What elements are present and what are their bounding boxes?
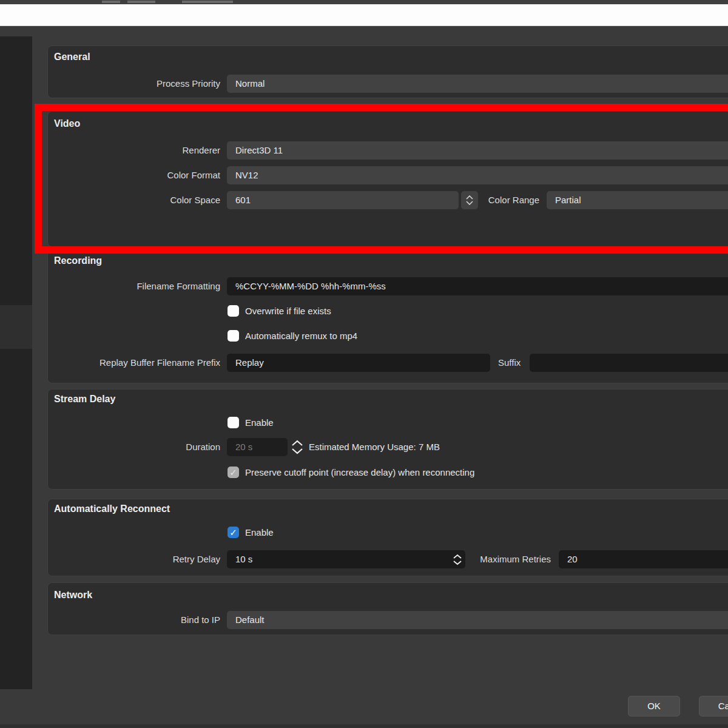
group-stream-delay: Stream Delay Enable Duration 20 s Estima… [47,389,728,490]
duration-spinner[interactable] [289,438,305,456]
reconnect-enable-checkbox[interactable] [228,527,239,538]
filename-formatting-input[interactable]: %CCYY-%MM-%DD %hh-%mm-%ss [227,277,728,295]
suffix-input[interactable] [530,354,728,372]
chevron-up-icon [291,440,303,447]
window-edge-artifact [102,1,120,3]
group-recording: Recording Filename Formatting %CCYY-%MM-… [47,251,728,383]
group-network: Network Bind to IP Default [47,582,728,635]
color-range-select[interactable]: Partial [547,191,728,209]
renderer-select[interactable]: Direct3D 11 [227,141,728,160]
estimated-memory-text: Estimated Memory Usage: 7 MB [309,438,440,456]
max-retries-spinbox[interactable]: 20 [559,550,728,568]
group-video-title: Video [54,118,80,129]
max-retries-label: Maximum Retries [424,550,551,568]
stream-delay-enable-checkbox[interactable] [228,417,239,428]
remux-checkbox[interactable] [228,330,239,342]
renderer-label: Renderer [48,141,220,160]
dialog-bottom-edge [0,724,728,728]
group-video: Video Renderer Direct3D 11 Color Format … [47,111,728,247]
color-format-select[interactable]: NV12 [227,166,728,184]
color-format-label: Color Format [48,166,220,184]
reconnect-enable-label: Enable [245,527,274,539]
suffix-label: Suffix [498,354,534,372]
replay-prefix-input[interactable]: Replay [227,354,490,372]
remux-label: Automatically remux to mp4 [245,330,357,342]
bind-to-ip-label: Bind to IP [48,611,220,629]
preserve-cutoff-label: Preserve cutoff point (increase delay) w… [245,467,474,479]
background-window-edge [0,0,728,4]
overwrite-checkbox[interactable] [228,305,239,317]
overwrite-label: Overwrite if file exists [245,305,331,317]
filename-formatting-label: Filename Formatting [48,277,220,295]
replay-prefix-label: Replay Buffer Filename Prefix [48,354,220,372]
stream-delay-enable-label: Enable [245,417,274,429]
color-space-label: Color Space [48,191,220,209]
chevron-down-icon [291,448,303,454]
ok-button[interactable]: OK [628,696,680,716]
group-network-title: Network [54,590,92,601]
group-recording-title: Recording [54,255,102,266]
bind-to-ip-select[interactable]: Default [227,611,728,629]
sidebar-item-advanced-selected[interactable] [0,305,32,349]
retry-delay-spinbox[interactable]: 10 s [227,550,450,568]
settings-nav-sidebar [0,36,32,689]
window-edge-artifact [127,1,155,3]
advanced-settings-screen: General Process Priority Normal Video Re… [0,0,728,728]
process-priority-label: Process Priority [48,75,220,93]
group-reconnect-title: Automatically Reconnect [54,504,170,514]
group-general: General Process Priority Normal [47,46,728,98]
cancel-button[interactable]: Cancel [699,696,728,716]
group-reconnect: Automatically Reconnect Enable Retry Del… [47,499,728,576]
group-stream-delay-title: Stream Delay [54,394,115,405]
window-edge-artifact [182,1,233,3]
process-priority-select[interactable]: Normal [227,75,728,93]
group-general-title: General [54,52,90,62]
duration-spinbox[interactable]: 20 s [227,438,288,456]
retry-delay-label: Retry Delay [48,550,220,568]
white-band [0,4,728,26]
duration-label: Duration [48,438,220,456]
preserve-cutoff-checkbox[interactable] [228,467,239,478]
color-range-label: Color Range [412,191,539,209]
